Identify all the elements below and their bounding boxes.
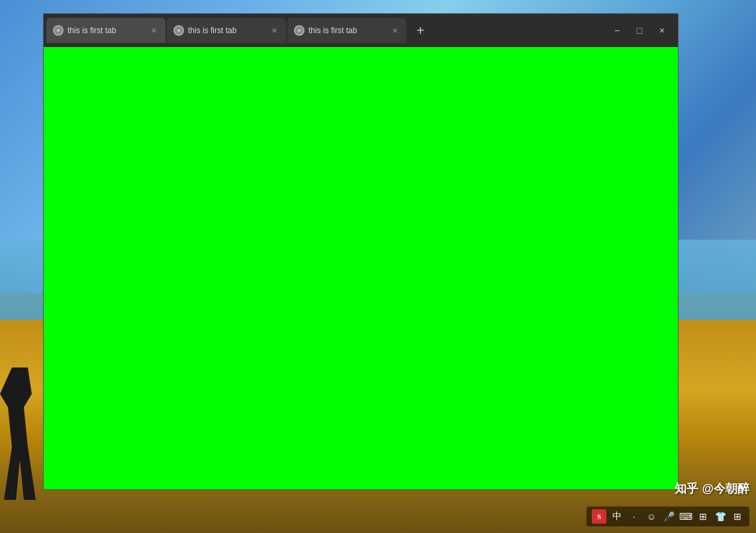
tab-2-favicon <box>173 25 184 36</box>
titlebar: this is first tab ✕ this is first tab ✕ … <box>44 14 678 47</box>
window-controls: − □ × <box>606 20 675 41</box>
maximize-button[interactable]: □ <box>629 20 650 41</box>
system-tray: S 中 · ☺ 🎤 ⌨ ⊞ 👕 ⊞ <box>587 507 749 526</box>
browser-window: this is first tab ✕ this is first tab ✕ … <box>43 13 679 490</box>
tab-2[interactable]: this is first tab ✕ <box>167 18 286 43</box>
tab-1-close[interactable]: ✕ <box>148 25 159 36</box>
apps-icon[interactable]: ⊞ <box>731 510 744 523</box>
taskbar: S 中 · ☺ 🎤 ⌨ ⊞ 👕 ⊞ <box>0 500 756 533</box>
keyboard-icon[interactable]: ⌨ <box>679 510 692 523</box>
taskbar-right: S 中 · ☺ 🎤 ⌨ ⊞ 👕 ⊞ <box>587 507 749 526</box>
ime-chinese-icon[interactable]: 中 <box>610 510 624 523</box>
shirt-icon[interactable]: 👕 <box>714 510 727 523</box>
tab-3[interactable]: this is first tab ✕ <box>287 18 406 43</box>
minimize-button[interactable]: − <box>606 20 628 41</box>
tab-2-label: this is first tab <box>188 26 265 35</box>
tab-1-favicon <box>53 25 64 36</box>
ime-dot-icon[interactable]: · <box>628 510 641 523</box>
tab-3-favicon <box>294 25 305 36</box>
tab-2-close[interactable]: ✕ <box>269 25 279 36</box>
grid-icon[interactable]: ⊞ <box>696 510 710 523</box>
tab-3-close[interactable]: ✕ <box>389 25 400 36</box>
tab-3-label: this is first tab <box>308 26 385 35</box>
tab-1-label: this is first tab <box>68 26 144 35</box>
emoji-icon[interactable]: ☺ <box>645 510 658 523</box>
microphone-icon[interactable]: 🎤 <box>662 510 675 523</box>
sougou-icon[interactable]: S <box>592 509 606 524</box>
content-area <box>44 47 678 489</box>
tab-1[interactable]: this is first tab ✕ <box>46 18 165 43</box>
new-tab-button[interactable]: + <box>410 21 430 40</box>
close-button[interactable]: × <box>651 20 673 41</box>
tabs-area: this is first tab ✕ this is first tab ✕ … <box>46 14 606 47</box>
watermark: 知乎 @今朝醉 <box>675 481 749 497</box>
